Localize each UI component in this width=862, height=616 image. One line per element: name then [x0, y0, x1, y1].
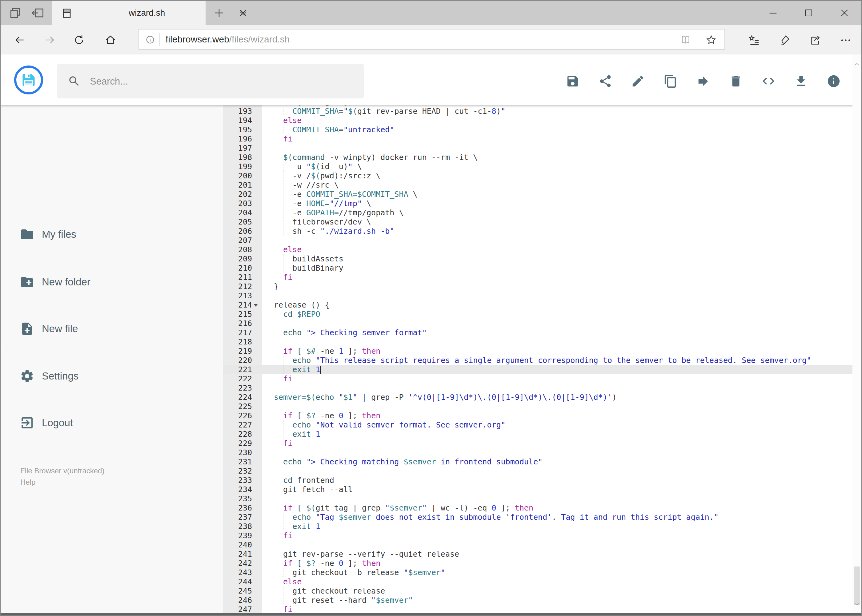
code-line-text: -w //src \ — [274, 181, 339, 190]
code-line: 232 — [223, 467, 854, 476]
more-icon[interactable] — [840, 34, 851, 46]
search-bar[interactable] — [57, 64, 364, 98]
refresh-icon[interactable] — [73, 34, 85, 46]
line-number: 200 — [223, 171, 252, 181]
code-line-text: cd $REPO — [274, 310, 320, 319]
code-line-text: release () { — [274, 300, 329, 310]
rename-button[interactable] — [627, 71, 649, 92]
page-scrollbar[interactable] — [853, 55, 861, 614]
line-number: 193 — [223, 107, 252, 116]
line-number: 205 — [223, 217, 252, 227]
back-icon[interactable] — [14, 34, 25, 46]
code-line: 228 exit 1 — [223, 430, 854, 439]
help-link[interactable]: Help — [20, 476, 104, 488]
sidebar-item-logout[interactable]: Logout — [1, 407, 216, 438]
line-number: 227 — [223, 420, 252, 430]
save-icon — [566, 74, 580, 88]
line-number: 246 — [223, 596, 252, 605]
source-view-button[interactable] — [758, 71, 779, 92]
code-editor[interactable]: 192 if [ -d .git ]; then193 COMMIT_SHA="… — [223, 105, 854, 614]
code-line: 220 echo "This release script requires a… — [223, 356, 854, 365]
app-logo[interactable] — [14, 66, 43, 94]
set-tabs-aside-icon[interactable] — [31, 6, 45, 20]
code-line: 210 buildBinary — [223, 264, 854, 273]
info-button[interactable] — [823, 71, 845, 92]
code-line: 224semver=$(echo "$1" | grep -P '^v(0|[1… — [223, 393, 854, 402]
line-number: 219 — [223, 347, 252, 356]
download-button[interactable] — [790, 71, 812, 92]
sidebar-item-label: Logout — [42, 407, 73, 438]
code-line-text: if [ $# -ne 1 ]; then — [274, 347, 380, 356]
share-icon[interactable] — [809, 34, 821, 46]
line-number: 236 — [223, 503, 252, 513]
code-line-text: git checkout release — [274, 586, 385, 596]
scrollbar-thumb[interactable] — [854, 566, 860, 605]
new-tab-button[interactable] — [212, 6, 226, 20]
code-line: 221 exit 1 — [223, 365, 854, 374]
fold-marker-icon[interactable] — [254, 304, 258, 306]
move-icon — [696, 74, 710, 88]
code-line-text: fi — [274, 439, 292, 448]
code-line-text: exit 1 — [274, 522, 320, 531]
line-number: 240 — [223, 541, 252, 550]
line-number: 224 — [223, 393, 252, 402]
line-number: 209 — [223, 255, 252, 264]
sidebar-item-my-files[interactable]: My files — [1, 219, 216, 250]
line-number: 225 — [223, 402, 252, 411]
sidebar-item-settings[interactable]: Settings — [1, 361, 216, 391]
delete-button[interactable] — [725, 71, 747, 92]
code-line-text: filebrowser/dev \ — [274, 217, 371, 227]
sidebar-item-new-file[interactable]: New file — [1, 313, 216, 344]
hub-icon[interactable] — [748, 34, 760, 46]
line-number: 220 — [223, 356, 252, 365]
code-line-text: exit 1 — [274, 430, 320, 439]
code-line: 215 cd $REPO — [223, 310, 854, 319]
code-line: 197 — [223, 144, 854, 153]
close-button[interactable] — [832, 4, 857, 22]
browser-tab[interactable]: wizard.sh — [52, 1, 206, 25]
code-line-text: fi — [274, 531, 292, 541]
sidebar-divider — [6, 258, 199, 258]
site-info-icon[interactable] — [145, 35, 155, 45]
forward-icon[interactable] — [44, 34, 56, 46]
ink-icon[interactable] — [778, 34, 790, 46]
copy-button[interactable] — [660, 71, 681, 92]
logout-icon — [20, 415, 35, 430]
code-line: 208 else — [223, 245, 854, 255]
home-icon[interactable] — [105, 34, 116, 46]
share-button[interactable] — [594, 71, 616, 92]
tab-preview-icon[interactable] — [9, 6, 22, 20]
line-number: 230 — [223, 448, 252, 457]
sidebar-item-new-folder[interactable]: New folder — [1, 267, 216, 297]
code-line-text: fi — [274, 273, 292, 282]
code-line-text: buildAssets — [274, 255, 344, 264]
scroll-down-icon[interactable] — [853, 600, 861, 608]
tab-dropdown-icon[interactable] — [236, 6, 250, 20]
code-line: 213 — [223, 291, 854, 300]
line-number: 207 — [223, 236, 252, 245]
line-number: 238 — [223, 522, 252, 531]
line-number: 195 — [223, 125, 252, 134]
code-line: 246 git reset --hard "$semver" — [223, 596, 854, 605]
address-bar[interactable]: filebrowser.web/files/wizard.sh — [139, 29, 725, 50]
favorite-star-icon[interactable] — [705, 34, 717, 46]
code-line-text: git reset --hard "$semver" — [274, 596, 413, 605]
search-input[interactable] — [89, 64, 355, 99]
maximize-button[interactable] — [796, 4, 821, 22]
reading-view-icon[interactable] — [680, 35, 691, 46]
code-line: 226 if [ $? -ne 0 ]; then — [223, 411, 854, 420]
window-bottom-edge — [1, 613, 861, 615]
code-line: 216 — [223, 319, 854, 328]
scroll-up-icon[interactable] — [853, 61, 861, 68]
move-button[interactable] — [692, 71, 714, 92]
code-line-text: if [ $? -ne 0 ]; then — [274, 559, 380, 568]
delete-icon — [729, 74, 743, 88]
line-number: 203 — [223, 199, 252, 208]
save-button[interactable] — [562, 71, 583, 92]
line-number: 222 — [223, 374, 252, 383]
code-line-text: exit 1 — [274, 365, 320, 374]
sidebar-item-label: New file — [42, 313, 78, 344]
line-number: 226 — [223, 411, 252, 420]
minimize-button[interactable] — [761, 4, 785, 22]
folder-icon — [20, 227, 35, 242]
